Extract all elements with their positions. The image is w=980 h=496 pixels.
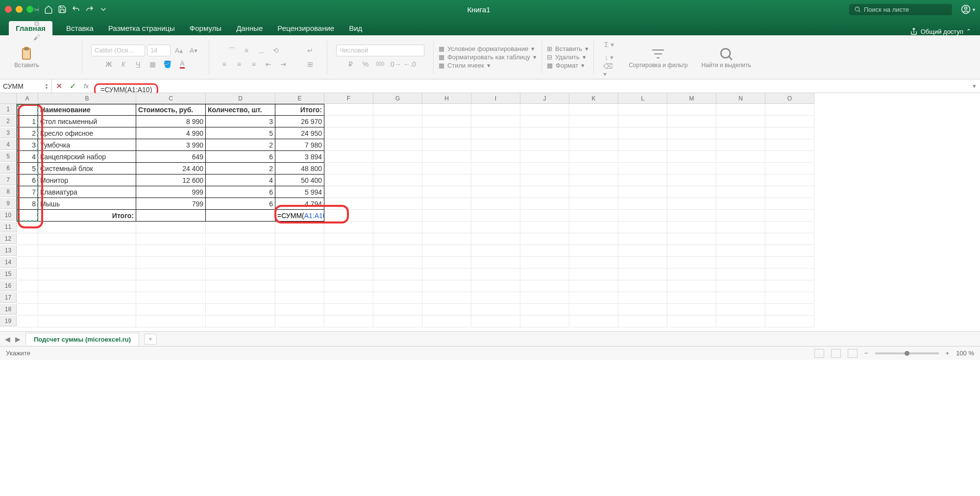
cell-N6[interactable]	[716, 163, 765, 174]
cell-N9[interactable]	[716, 198, 765, 210]
cell-O9[interactable]	[765, 198, 814, 210]
fill-icon[interactable]: ↓ ▾	[603, 51, 615, 63]
cell-D9[interactable]: 6	[206, 198, 275, 210]
cell-N17[interactable]	[716, 292, 765, 304]
cell-D14[interactable]	[206, 257, 275, 269]
format-as-table[interactable]: ▦ Форматировать как таблицу ▾	[439, 53, 537, 61]
cell-N13[interactable]	[716, 245, 765, 257]
cell-H4[interactable]	[422, 139, 471, 151]
font-color-icon[interactable]: A	[176, 58, 189, 70]
cell-G4[interactable]	[373, 139, 422, 151]
col-header-K[interactable]: K	[569, 93, 618, 104]
cell-M16[interactable]	[667, 280, 716, 292]
cell-O14[interactable]	[765, 257, 814, 269]
cell-F8[interactable]	[324, 186, 373, 198]
search-box[interactable]: Поиск на листе	[849, 4, 952, 15]
cell-C19[interactable]	[136, 316, 206, 327]
cell-H15[interactable]	[422, 269, 471, 280]
cell-A12[interactable]	[17, 233, 38, 245]
italic-icon[interactable]: К	[117, 58, 130, 70]
cell-G11[interactable]	[373, 222, 422, 233]
cell-E8[interactable]: 5 994	[275, 186, 324, 198]
cell-B15[interactable]	[38, 269, 136, 280]
cell-D13[interactable]	[206, 245, 275, 257]
col-header-A[interactable]: A	[17, 93, 38, 104]
cell-K6[interactable]	[569, 163, 618, 174]
cell-N14[interactable]	[716, 257, 765, 269]
worksheet[interactable]: ABCDEFGHIJKLMNO1НаименованиеСтоимость, р…	[0, 93, 980, 331]
cell-L11[interactable]	[618, 222, 667, 233]
cell-K16[interactable]	[569, 280, 618, 292]
col-header-O[interactable]: O	[765, 93, 814, 104]
cell-D8[interactable]: 6	[206, 186, 275, 198]
cell-J9[interactable]	[520, 198, 569, 210]
cell-O16[interactable]	[765, 280, 814, 292]
cell-K10[interactable]	[569, 210, 618, 222]
cell-E4[interactable]: 7 980	[275, 139, 324, 151]
cell-N19[interactable]	[716, 316, 765, 327]
copy-icon[interactable]: ⧉	[30, 18, 43, 29]
cell-O19[interactable]	[765, 316, 814, 327]
col-header-E[interactable]: E	[275, 93, 324, 104]
cell-O13[interactable]	[765, 245, 814, 257]
cell-L10[interactable]	[618, 210, 667, 222]
fill-color-icon[interactable]: 🪣	[161, 58, 174, 70]
cell-J5[interactable]	[520, 151, 569, 163]
select-all-corner[interactable]	[0, 93, 17, 104]
row-header-8[interactable]: 8	[0, 186, 17, 197]
cell-D16[interactable]	[206, 280, 275, 292]
cell-C5[interactable]: 649	[136, 151, 206, 163]
cell-J8[interactable]	[520, 186, 569, 198]
cell-C7[interactable]: 12 600	[136, 174, 206, 186]
cell-H8[interactable]	[422, 186, 471, 198]
cell-L4[interactable]	[618, 139, 667, 151]
cell-C14[interactable]	[136, 257, 206, 269]
cell-I17[interactable]	[471, 292, 520, 304]
cell-G16[interactable]	[373, 280, 422, 292]
cell-C18[interactable]	[136, 304, 206, 316]
row-header-15[interactable]: 15	[0, 269, 17, 279]
cell-I4[interactable]	[471, 139, 520, 151]
cell-E16[interactable]	[275, 280, 324, 292]
cell-H9[interactable]	[422, 198, 471, 210]
cell-O10[interactable]	[765, 210, 814, 222]
cell-H3[interactable]	[422, 127, 471, 139]
dec-decimal-icon[interactable]: ←.0	[403, 58, 416, 70]
increase-font-icon[interactable]: A▴	[172, 45, 185, 56]
cell-styles[interactable]: ▦ Стили ячеек ▾	[439, 62, 537, 69]
cell-K17[interactable]	[569, 292, 618, 304]
cell-H14[interactable]	[422, 257, 471, 269]
cell-L2[interactable]	[618, 116, 667, 127]
redo-icon[interactable]	[85, 4, 95, 14]
cell-I1[interactable]	[471, 104, 520, 116]
cell-G10[interactable]	[373, 210, 422, 222]
cell-F16[interactable]	[324, 280, 373, 292]
cell-I19[interactable]	[471, 316, 520, 327]
cell-H12[interactable]	[422, 233, 471, 245]
cell-F19[interactable]	[324, 316, 373, 327]
cell-O3[interactable]	[765, 127, 814, 139]
add-sheet-icon[interactable]: +	[144, 334, 157, 345]
cell-F9[interactable]	[324, 198, 373, 210]
cell-F10[interactable]	[324, 210, 373, 222]
cell-L19[interactable]	[618, 316, 667, 327]
cell-B1[interactable]: Наименование	[38, 104, 136, 116]
border-icon[interactable]: ▦	[147, 58, 159, 70]
cell-H11[interactable]	[422, 222, 471, 233]
cell-B19[interactable]	[38, 316, 136, 327]
row-header-3[interactable]: 3	[0, 127, 17, 138]
cell-E12[interactable]	[275, 233, 324, 245]
cell-N11[interactable]	[716, 222, 765, 233]
cell-I7[interactable]	[471, 174, 520, 186]
cell-H7[interactable]	[422, 174, 471, 186]
cell-F4[interactable]	[324, 139, 373, 151]
cell-G9[interactable]	[373, 198, 422, 210]
cell-F17[interactable]	[324, 292, 373, 304]
expand-formula-bar-icon[interactable]: ▾	[968, 82, 980, 90]
row-header-5[interactable]: 5	[0, 151, 17, 162]
cell-L8[interactable]	[618, 186, 667, 198]
cell-E17[interactable]	[275, 292, 324, 304]
cell-H5[interactable]	[422, 151, 471, 163]
cell-C12[interactable]	[136, 233, 206, 245]
cell-B11[interactable]	[38, 222, 136, 233]
